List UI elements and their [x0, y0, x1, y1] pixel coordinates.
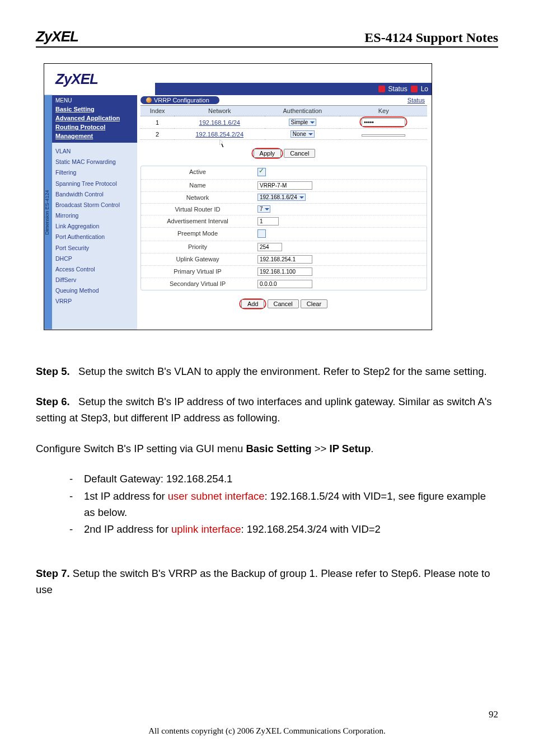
network-select[interactable]: 192.168.1.6/24 — [257, 194, 306, 201]
step7-text: Setup the switch B's VRRP as the Backup … — [36, 567, 490, 595]
step5-text: Setup the switch B's VLAN to apply the e… — [78, 365, 487, 377]
main-menu-routing-protocol[interactable]: Routing Protocol — [55, 123, 134, 132]
cell-index: 1 — [140, 116, 174, 129]
submenu-dhcp[interactable]: DHCP — [55, 253, 134, 264]
label-priority: Priority — [141, 241, 254, 253]
top-status-bar: Status Lo — [155, 83, 432, 95]
status-bar-status[interactable]: Status — [388, 85, 407, 93]
secondary-vip-input[interactable] — [257, 280, 312, 288]
step6-label: Step 6. — [36, 396, 70, 407]
main-menu-basic-setting[interactable]: Basic Setting — [55, 105, 134, 114]
document-header: ZyXEL ES-4124 Support Notes — [36, 28, 498, 48]
app-logo: ZyXEL — [55, 71, 98, 87]
submenu-filtering[interactable]: Filtering — [55, 167, 134, 178]
active-checkbox[interactable] — [257, 168, 266, 176]
label-network: Network — [141, 192, 254, 203]
submenu-vrrp[interactable]: VRRP — [55, 296, 134, 307]
step7-label: Step 7. — [36, 567, 70, 579]
b3-pre: 2nd IP address for — [84, 523, 171, 535]
b2-pre: 1st IP address for — [84, 490, 168, 502]
sidebar: MENU Basic Setting Advanced Application … — [52, 95, 137, 330]
document-title: ES-4124 Support Notes — [364, 30, 498, 45]
virtual-router-id-select[interactable]: 7 — [257, 205, 270, 213]
submenu-bandwidth-control[interactable]: Bandwidth Control — [55, 189, 134, 200]
device-side-tab: Dimension ES-4124 — [44, 95, 52, 330]
col-index: Index — [140, 106, 174, 116]
label-preempt-mode: Preempt Mode — [141, 228, 254, 241]
label-virtual-router-id: Virtual Router ID — [141, 204, 254, 215]
key-input[interactable]: ••••• — [362, 118, 405, 126]
vrrp-network-table: Index Network Authentication Key 1 192.1… — [140, 106, 427, 140]
cfg-mid: >> — [312, 443, 330, 454]
add-button[interactable]: Add — [241, 299, 265, 308]
b3-post: : 192.168.254.3/24 with VID=2 — [241, 523, 380, 535]
submenu-vlan[interactable]: VLAN — [55, 146, 134, 157]
submenu-port-security[interactable]: Port Security — [55, 243, 134, 253]
menu-header: MENU — [55, 96, 134, 105]
logout-icon — [411, 86, 418, 92]
status-icon — [378, 86, 385, 92]
table-header-row: Index Network Authentication Key — [140, 106, 427, 116]
label-uplink-gateway: Uplink Gateway — [141, 253, 254, 265]
submenu-link-aggregation[interactable]: Link Aggregation — [55, 221, 134, 232]
submenu-port-authentication[interactable]: Port Authentication — [55, 232, 134, 242]
bullet-1st-ip: 1st IP address for user subnet interface… — [69, 489, 498, 520]
submenu-access-control[interactable]: Access Control — [55, 264, 134, 275]
cancel-button[interactable]: Cancel — [284, 149, 315, 158]
apply-button[interactable]: Apply — [254, 149, 282, 158]
status-bar-logout[interactable]: Lo — [421, 85, 428, 93]
label-primary-vip: Primary Virtual IP — [141, 266, 254, 278]
document-body-text: Step 5. Setup the switch B's VLAN to app… — [36, 364, 498, 598]
cell-index: 2 — [140, 129, 174, 140]
step6-bullet-list: Default Gateway: 192.168.254.1 1st IP ad… — [36, 471, 498, 538]
screenshot-figure: ZyXEL Status Lo Dimension ES-4124 MENU B… — [44, 63, 432, 330]
cell-network[interactable]: 192.168.254.2/24 — [174, 129, 265, 140]
table-row: 2 192.168.254.2/24 None — [140, 129, 427, 140]
vrrp-edit-form: Active Name Network 192.168.1.6/24 Virtu… — [140, 166, 427, 290]
submenu-broadcast-storm-control[interactable]: Broadcast Storm Control — [55, 200, 134, 210]
cell-network[interactable]: 192.168.1.6/24 — [174, 116, 265, 129]
b2-red: user subnet interface — [168, 490, 265, 502]
vrrp-tab-label: VRRP Configuration — [154, 97, 209, 104]
preempt-checkbox[interactable] — [257, 229, 266, 238]
priority-input[interactable] — [257, 243, 282, 251]
label-name: Name — [141, 180, 254, 191]
cfg-post: . — [371, 443, 373, 454]
clear-button[interactable]: Clear — [301, 299, 327, 308]
label-secondary-vip: Secondary Virtual IP — [141, 278, 254, 290]
cancel-button-2[interactable]: Cancel — [268, 299, 299, 308]
uplink-gateway-input[interactable] — [257, 255, 312, 264]
cfg-bold2: IP Setup — [330, 443, 371, 454]
submenu-queuing-method[interactable]: Queuing Method — [55, 285, 134, 296]
step6-text: Setup the switch B's IP address of two i… — [36, 396, 492, 424]
submenu-static-mac-forwarding[interactable]: Static MAC Forwarding — [55, 157, 134, 167]
main-menu-advanced-application[interactable]: Advanced Application — [55, 114, 134, 123]
page-number: 92 — [489, 709, 498, 720]
brand-logo: ZyXEL — [36, 28, 78, 45]
name-input[interactable] — [257, 181, 312, 190]
submenu-mirroring[interactable]: Mirroring — [55, 210, 134, 221]
col-key: Key — [340, 106, 427, 116]
cfg-pre: Configure Switch B's IP setting via GUI … — [36, 443, 246, 454]
b3-red: uplink interface — [171, 523, 241, 535]
vrrp-status-link[interactable]: Status — [407, 97, 427, 104]
main-menu-management[interactable]: Management — [55, 132, 134, 140]
label-active: Active — [141, 166, 254, 179]
tab-dot-icon — [146, 97, 152, 103]
submenu-diffserv[interactable]: DiffServ — [55, 275, 134, 285]
bullet-default-gateway: Default Gateway: 192.168.254.1 — [69, 471, 498, 487]
table-row: 1 192.168.1.6/24 Simple ••••• — [140, 116, 427, 129]
auth-select[interactable]: Simple — [289, 119, 317, 126]
step5-label: Step 5. — [36, 365, 70, 377]
vrrp-configuration-tab: VRRP Configuration — [140, 96, 219, 104]
col-authentication: Authentication — [265, 106, 340, 116]
adv-interval-input[interactable] — [257, 217, 279, 226]
submenu-spanning-tree-protocol[interactable]: Spanning Tree Protocol — [55, 179, 134, 189]
primary-vip-input[interactable] — [257, 267, 312, 276]
auth-select[interactable]: None — [291, 130, 315, 138]
step6-config-line: Configure Switch B's IP setting via GUI … — [36, 441, 498, 457]
key-input[interactable] — [362, 134, 405, 137]
bullet-2nd-ip: 2nd IP address for uplink interface: 192… — [69, 522, 498, 538]
label-adv-interval: Advertisement Interval — [141, 215, 254, 227]
copyright-footer: All contents copyright (c) 2006 ZyXEL Co… — [0, 726, 534, 736]
